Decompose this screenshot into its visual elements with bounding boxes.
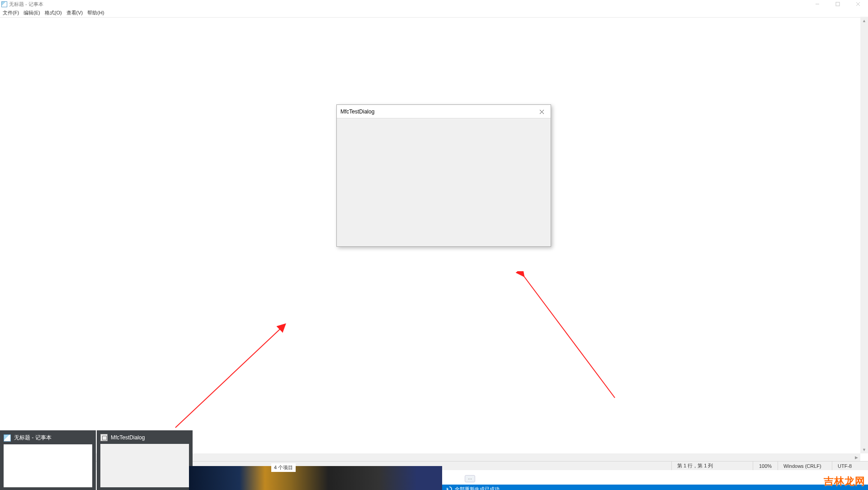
notepad-menubar: 文件(F) 编辑(E) 格式(O) 查看(V) 帮助(H) (0, 8, 868, 17)
task-preview-header: MfcTestDialog (100, 434, 189, 441)
menu-file[interactable]: 文件(F) (1, 9, 21, 16)
notepad-icon (1, 1, 7, 7)
vertical-scrollbar[interactable]: ▲ ▼ (860, 17, 868, 453)
explorer-items-count: 4 个项目 (271, 463, 296, 472)
mfc-app-icon (100, 434, 108, 441)
dialog-title: MfcTestDialog (340, 108, 374, 115)
notepad-app-icon (4, 434, 11, 442)
background-windows: 4 个项目 ··· 全部重新生成已成功 (189, 465, 868, 490)
maximize-button[interactable] (827, 0, 848, 8)
photo-viewer-peek (189, 466, 442, 490)
task-preview-mfc[interactable]: MfcTestDialog (97, 430, 193, 490)
menu-edit[interactable]: 编辑(E) (22, 9, 42, 16)
menu-format[interactable]: 格式(O) (43, 9, 64, 16)
scroll-down-icon[interactable]: ▼ (860, 446, 868, 453)
scroll-up-icon[interactable]: ▲ (860, 17, 868, 24)
close-button[interactable] (848, 0, 868, 8)
notepad-title: 无标题 - 记事本 (9, 1, 43, 8)
svg-rect-1 (836, 2, 840, 6)
watermark: 吉林龙网 (824, 475, 865, 488)
dialog-titlebar[interactable]: MfcTestDialog (337, 105, 551, 118)
taskbar-previews: 无标题 - 记事本 MfcTestDialog (0, 430, 193, 490)
task-preview-header: 无标题 - 记事本 (4, 434, 92, 442)
vs-status-bar: 全部重新生成已成功 (442, 485, 868, 490)
task-preview-title: MfcTestDialog (111, 434, 145, 441)
vs-build-status: 全部重新生成已成功 (455, 486, 500, 490)
minimize-button[interactable] (807, 0, 827, 8)
menu-view[interactable]: 查看(V) (65, 9, 85, 16)
task-preview-thumbnail (100, 444, 189, 487)
window-controls (807, 0, 868, 8)
mfc-dialog[interactable]: MfcTestDialog (336, 104, 551, 247)
task-preview-title: 无标题 - 记事本 (14, 434, 52, 442)
vs-tag: ··· (465, 475, 475, 482)
scroll-right-icon[interactable]: ▶ (853, 453, 860, 461)
refresh-icon (447, 486, 452, 490)
task-preview-thumbnail (4, 444, 92, 487)
menu-help[interactable]: 帮助(H) (85, 9, 106, 16)
task-preview-notepad[interactable]: 无标题 - 记事本 (0, 430, 96, 490)
dialog-close-button[interactable] (533, 105, 551, 118)
notepad-titlebar[interactable]: 无标题 - 记事本 (0, 0, 868, 8)
